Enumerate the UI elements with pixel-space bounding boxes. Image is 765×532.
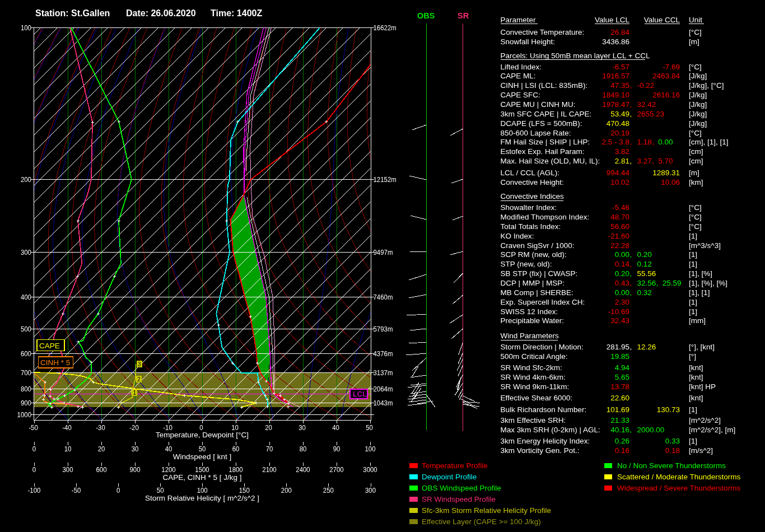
svg-text:Exp. Supercell Index CH:: Exp. Supercell Index CH: bbox=[501, 298, 585, 306]
svg-text:3km Effective SRH:: 3km Effective SRH: bbox=[501, 416, 566, 424]
svg-text:3km Vorticity Gen. Pot.:: 3km Vorticity Gen. Pot.: bbox=[501, 446, 580, 455]
svg-text:Precipitable Water:: Precipitable Water: bbox=[501, 316, 565, 325]
svg-text:40: 40 bbox=[332, 423, 339, 432]
svg-text:-50: -50 bbox=[72, 486, 81, 494]
svg-text:0: 0 bbox=[116, 486, 120, 494]
svg-text:0.32: 0.32 bbox=[637, 288, 652, 297]
svg-text:[m^3/s^3]: [m^3/s^3] bbox=[689, 241, 721, 250]
svg-text:,: , bbox=[630, 81, 632, 90]
svg-text:[1]: [1] bbox=[689, 250, 697, 259]
svg-text:101.69: 101.69 bbox=[607, 405, 629, 414]
svg-text:SWISS 12 Index:: SWISS 12 Index: bbox=[501, 307, 558, 316]
svg-text:80: 80 bbox=[300, 445, 307, 453]
svg-text:CAPE MU | CINH MU:: CAPE MU | CINH MU: bbox=[501, 100, 576, 109]
svg-text:[J/kg]: [J/kg] bbox=[689, 110, 707, 118]
svg-text:[J/kg]: [J/kg] bbox=[689, 72, 707, 80]
svg-text:Total Totals Index:: Total Totals Index: bbox=[501, 222, 561, 231]
svg-text:3436.86: 3436.86 bbox=[602, 38, 629, 46]
svg-text:[1]: [1] bbox=[689, 437, 697, 445]
svg-text:1000: 1000 bbox=[17, 410, 31, 419]
svg-text:,: , bbox=[656, 279, 659, 287]
svg-text:2.81: 2.81 bbox=[615, 157, 629, 165]
svg-text:Storm Direction | Motion:: Storm Direction | Motion: bbox=[501, 343, 584, 351]
svg-text:10.06: 10.06 bbox=[661, 178, 680, 186]
svg-text:700: 700 bbox=[21, 368, 31, 377]
svg-text:Convective Temperature:: Convective Temperature: bbox=[501, 28, 585, 36]
svg-text:2655.23: 2655.23 bbox=[637, 110, 665, 118]
svg-text:Parameter: Parameter bbox=[501, 16, 537, 24]
svg-text:50: 50 bbox=[366, 423, 373, 432]
svg-text:Unit: Unit bbox=[689, 16, 702, 24]
svg-text:Sfc-3km Storm Relative Helicit: Sfc-3km Storm Relative Helicity Profile bbox=[422, 506, 551, 515]
svg-text:0.33: 0.33 bbox=[665, 437, 680, 445]
svg-text:900: 900 bbox=[21, 399, 31, 407]
svg-text:0.00: 0.00 bbox=[658, 138, 673, 146]
svg-text:600: 600 bbox=[21, 349, 31, 358]
svg-text:,: , bbox=[652, 157, 654, 165]
svg-text:Max. Hail Size (OLD, MU, IL):: Max. Hail Size (OLD, MU, IL): bbox=[501, 157, 600, 165]
svg-text:SCP RM (new, old):: SCP RM (new, old): bbox=[501, 250, 567, 259]
svg-text:[knt] HP: [knt] HP bbox=[689, 382, 716, 391]
svg-text:,: , bbox=[630, 426, 632, 434]
svg-text:2.30: 2.30 bbox=[615, 298, 629, 306]
svg-text:SR Wind 4km-6km:: SR Wind 4km-6km: bbox=[501, 373, 566, 381]
svg-text:-100: -100 bbox=[28, 486, 41, 494]
svg-text:[1]: [1] bbox=[689, 260, 697, 268]
svg-text:-40: -40 bbox=[62, 423, 72, 432]
svg-text:Value CCL: Value CCL bbox=[644, 16, 680, 24]
svg-text:4376m: 4376m bbox=[374, 349, 393, 358]
svg-text:[1], [%]: [1], [%] bbox=[689, 269, 712, 278]
svg-text:300: 300 bbox=[62, 465, 73, 474]
svg-text:2463.84: 2463.84 bbox=[652, 72, 680, 80]
svg-text:Effective Shear 6000:: Effective Shear 6000: bbox=[501, 394, 573, 402]
svg-text:22.60: 22.60 bbox=[610, 394, 629, 402]
svg-text:4.94: 4.94 bbox=[615, 363, 630, 372]
svg-text:2700: 2700 bbox=[329, 465, 343, 474]
svg-text:200: 200 bbox=[21, 175, 31, 184]
svg-text:500: 500 bbox=[21, 325, 31, 333]
svg-text:281.95: 281.95 bbox=[607, 343, 629, 351]
svg-text:[°C]: [°C] bbox=[689, 129, 702, 137]
svg-text:CAPE SFC:: CAPE SFC: bbox=[501, 91, 540, 99]
svg-text:53.49: 53.49 bbox=[610, 110, 629, 118]
svg-text:Storm Relative Helicity [ m^2: Storm Relative Helicity [ m^2/s^2 ] bbox=[145, 494, 259, 502]
svg-text:,: , bbox=[630, 250, 632, 259]
svg-text:47.35: 47.35 bbox=[610, 81, 629, 90]
svg-text:5.70: 5.70 bbox=[658, 157, 673, 165]
svg-text:600: 600 bbox=[96, 465, 106, 474]
svg-text:Modified Thompson Index:: Modified Thompson Index: bbox=[501, 213, 590, 221]
svg-text:SR Wind 9km-11km:: SR Wind 9km-11km: bbox=[501, 382, 570, 391]
svg-text:3000: 3000 bbox=[363, 465, 377, 474]
svg-text:200: 200 bbox=[281, 486, 292, 494]
svg-text:48.70: 48.70 bbox=[610, 213, 629, 221]
svg-text:,: , bbox=[630, 100, 632, 109]
svg-text:[°], [knt]: [°], [knt] bbox=[689, 343, 715, 351]
svg-text:2000.00: 2000.00 bbox=[637, 426, 665, 434]
svg-text:-5.46: -5.46 bbox=[612, 203, 629, 212]
svg-text:STP (new, old):: STP (new, old): bbox=[501, 260, 552, 268]
svg-text:3137m: 3137m bbox=[374, 368, 393, 377]
svg-text:16622m: 16622m bbox=[374, 24, 397, 32]
svg-text:100: 100 bbox=[21, 24, 31, 32]
svg-text:3km SFC CAPE | IL CAPE:: 3km SFC CAPE | IL CAPE: bbox=[501, 110, 592, 118]
svg-text:[1]: [1] bbox=[689, 232, 697, 240]
svg-text:-7.69: -7.69 bbox=[663, 63, 680, 71]
svg-text:Showalter Index:: Showalter Index: bbox=[501, 203, 557, 212]
svg-text:[J/kg]: [J/kg] bbox=[689, 91, 707, 99]
svg-text:994.44: 994.44 bbox=[607, 169, 630, 177]
svg-text:0.12: 0.12 bbox=[637, 260, 652, 268]
svg-text:10: 10 bbox=[64, 445, 72, 453]
svg-text:[m/s^2]: [m/s^2] bbox=[689, 446, 713, 455]
svg-text:[mm]: [mm] bbox=[689, 316, 706, 325]
svg-text:[°C]: [°C] bbox=[689, 203, 702, 212]
svg-text:2400: 2400 bbox=[296, 465, 310, 474]
svg-text:60: 60 bbox=[232, 445, 240, 453]
svg-text:1849.10: 1849.10 bbox=[602, 91, 629, 99]
svg-text:[1]: [1] bbox=[689, 307, 697, 316]
svg-text:-21.60: -21.60 bbox=[608, 232, 629, 240]
svg-text:Temperature Profile: Temperature Profile bbox=[422, 461, 488, 470]
svg-text:Convective Height:: Convective Height: bbox=[501, 178, 564, 186]
svg-text:[cm]: [cm] bbox=[689, 157, 703, 165]
svg-text:[cm], [1], [1]: [cm], [1], [1] bbox=[689, 138, 729, 146]
svg-text:30: 30 bbox=[132, 445, 139, 453]
